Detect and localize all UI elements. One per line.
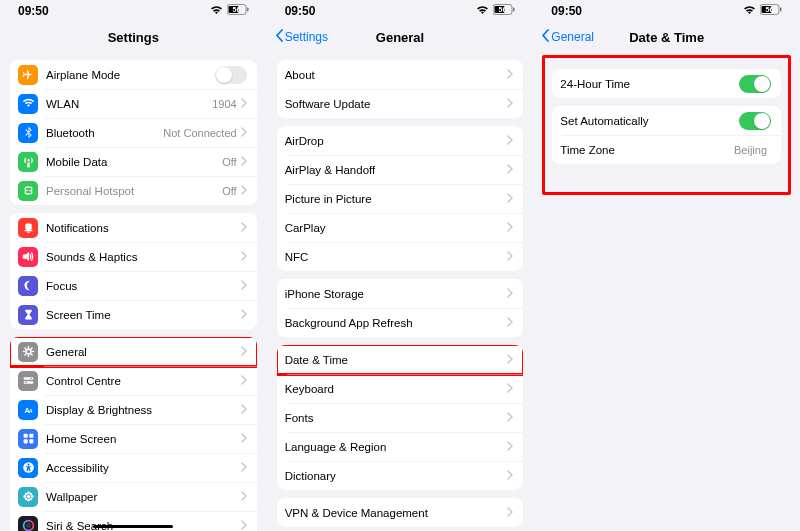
back-button[interactable]: Settings — [275, 29, 328, 45]
row-label: Focus — [46, 280, 241, 292]
settings-row[interactable]: Wallpaper — [10, 482, 257, 511]
settings-row[interactable]: Home Screen — [10, 424, 257, 453]
settings-row[interactable]: Control Centre — [10, 366, 257, 395]
settings-group: iPhone StorageBackground App Refresh — [277, 279, 524, 337]
chevron-right-icon — [241, 250, 247, 264]
link-icon — [18, 181, 38, 201]
speaker-icon — [18, 247, 38, 267]
settings-row[interactable]: Mobile DataOff — [10, 147, 257, 176]
settings-row[interactable]: CarPlay — [277, 213, 524, 242]
chevron-right-icon — [507, 163, 513, 177]
settings-row[interactable]: About — [277, 60, 524, 89]
chevron-right-icon — [241, 490, 247, 504]
settings-row[interactable]: Fonts — [277, 403, 524, 432]
settings-row[interactable]: Siri & Search — [10, 511, 257, 531]
settings-row[interactable]: Sounds & Haptics — [10, 242, 257, 271]
bluetooth-icon — [18, 123, 38, 143]
chevron-right-icon — [507, 221, 513, 235]
svg-point-33 — [29, 493, 32, 496]
toggle-switch[interactable] — [739, 112, 771, 130]
row-label: AirDrop — [285, 135, 508, 147]
wifi-status-icon — [476, 4, 489, 18]
settings-group: NotificationsSounds & HapticsFocusScreen… — [10, 213, 257, 329]
chevron-right-icon — [507, 68, 513, 82]
settings-list: Airplane ModeWLAN1904BluetoothNot Connec… — [0, 52, 267, 531]
back-label: Settings — [285, 30, 328, 44]
battery-status-icon: 56 — [760, 4, 782, 18]
settings-row[interactable]: Notifications — [10, 213, 257, 242]
page-title: Settings — [108, 30, 159, 45]
grid-icon — [18, 429, 38, 449]
settings-row[interactable]: Keyboard — [277, 374, 524, 403]
chevron-right-icon — [507, 382, 513, 396]
row-value: Off — [222, 156, 236, 168]
chevron-right-icon — [241, 432, 247, 446]
chevron-right-icon — [507, 250, 513, 264]
settings-row[interactable]: Date & Time — [277, 345, 524, 374]
settings-row[interactable]: NFC — [277, 242, 524, 271]
svg-rect-4 — [25, 223, 32, 230]
chevron-right-icon — [241, 279, 247, 293]
settings-row[interactable]: General — [10, 337, 257, 366]
settings-row[interactable]: AirDrop — [277, 126, 524, 155]
settings-row[interactable]: BluetoothNot Connected — [10, 118, 257, 147]
svg-point-26 — [27, 464, 29, 466]
chevron-right-icon — [507, 506, 513, 520]
toggle-switch[interactable] — [215, 66, 247, 84]
settings-row[interactable]: WLAN1904 — [10, 89, 257, 118]
settings-row[interactable]: VPN & Device Management — [277, 498, 524, 527]
chevron-right-icon — [241, 308, 247, 322]
battery-status-icon: 56 — [227, 4, 249, 18]
svg-rect-9 — [22, 351, 24, 352]
row-label: VPN & Device Management — [285, 507, 508, 519]
hourglass-icon — [18, 305, 38, 325]
row-label: Wallpaper — [46, 491, 241, 503]
chevron-right-icon — [241, 403, 247, 417]
row-label: Fonts — [285, 412, 508, 424]
settings-group: 24-Hour Time — [552, 69, 781, 98]
svg-point-17 — [30, 378, 32, 380]
row-label: Keyboard — [285, 383, 508, 395]
header: Settings General — [267, 22, 534, 52]
settings-row[interactable]: AirPlay & Handoff — [277, 155, 524, 184]
svg-rect-42 — [513, 8, 515, 12]
svg-point-18 — [25, 382, 27, 384]
gear-icon — [18, 342, 38, 362]
svg-rect-23 — [23, 439, 27, 443]
settings-row[interactable]: 24-Hour Time — [552, 69, 781, 98]
svg-point-32 — [24, 493, 27, 496]
row-value: Not Connected — [163, 127, 236, 139]
settings-row[interactable]: Dictionary — [277, 461, 524, 490]
status-time: 09:50 — [285, 4, 316, 18]
settings-row[interactable]: Accessibility — [10, 453, 257, 482]
row-label: Language & Region — [285, 441, 508, 453]
svg-point-27 — [26, 495, 29, 498]
settings-row[interactable]: Picture in Picture — [277, 184, 524, 213]
settings-row[interactable]: Software Update — [277, 89, 524, 118]
back-button[interactable]: General — [541, 29, 594, 45]
settings-row[interactable]: Language & Region — [277, 432, 524, 461]
settings-row[interactable]: Airplane Mode — [10, 60, 257, 89]
wifi-status-icon — [210, 4, 223, 18]
chevron-right-icon — [507, 134, 513, 148]
siri-icon — [18, 516, 38, 532]
settings-row[interactable]: Focus — [10, 271, 257, 300]
toggle-switch[interactable] — [739, 75, 771, 93]
svg-rect-16 — [23, 381, 33, 383]
settings-row[interactable]: Screen Time — [10, 300, 257, 329]
settings-row[interactable]: iPhone Storage — [277, 279, 524, 308]
wifi-icon — [18, 94, 38, 114]
chevron-right-icon — [507, 316, 513, 330]
home-indicator[interactable] — [93, 525, 173, 528]
settings-row[interactable]: Personal HotspotOff — [10, 176, 257, 205]
row-label: 24-Hour Time — [560, 78, 739, 90]
antenna-icon — [18, 152, 38, 172]
settings-row[interactable]: Set Automatically — [552, 106, 781, 135]
row-label: Screen Time — [46, 309, 241, 321]
datetime-list: 24-Hour TimeSet AutomaticallyTime ZoneBe… — [533, 52, 800, 204]
page-title: Date & Time — [629, 30, 704, 45]
chevron-right-icon — [241, 184, 247, 198]
row-value: 1904 — [212, 98, 236, 110]
settings-row[interactable]: Background App Refresh — [277, 308, 524, 337]
settings-row[interactable]: AADisplay & Brightness — [10, 395, 257, 424]
